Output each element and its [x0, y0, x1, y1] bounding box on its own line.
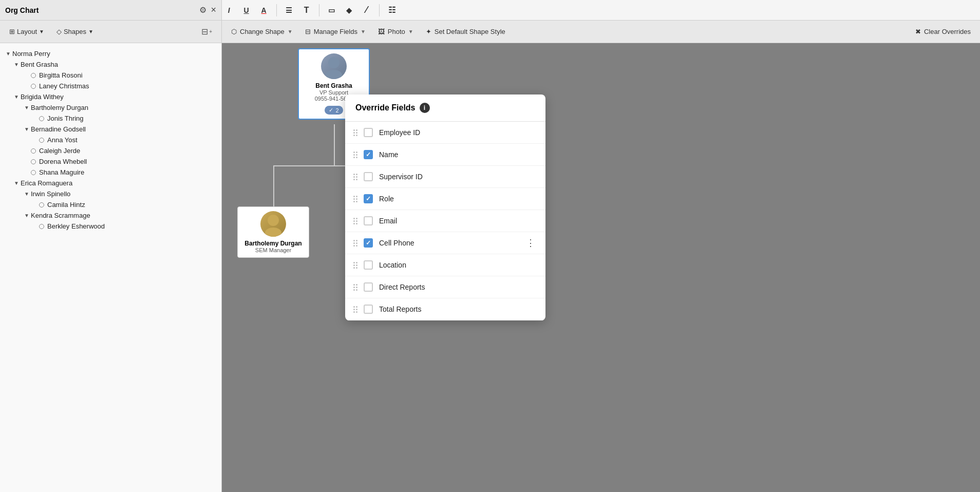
settings-icon[interactable]: ⚙ [199, 5, 206, 15]
align-button[interactable]: ☰ [282, 3, 296, 17]
tree-label-bent: Bent Grasha [21, 61, 58, 68]
tree-item-shana[interactable]: Shana Maguire [0, 167, 221, 178]
drag-handle-name [353, 152, 357, 158]
change-shape-button[interactable]: ⬡ Change Shape ▼ [226, 25, 298, 39]
clear-overrides-icon: ✖ [915, 28, 921, 35]
set-default-button[interactable]: ✦ Set Default Shape Style [421, 25, 511, 39]
checkbox-location[interactable] [364, 260, 373, 270]
extra-button[interactable]: ☷ [385, 3, 399, 17]
fill-button[interactable]: ◆ [342, 3, 356, 17]
underline-button[interactable]: U [239, 3, 254, 17]
override-item-role[interactable]: Role [345, 188, 545, 210]
tree-item-bernadine[interactable]: ▼ Bernadine Godsell [0, 124, 221, 135]
field-label-direct_reports: Direct Reports [379, 283, 537, 291]
checkbox-direct_reports[interactable] [364, 282, 373, 292]
field-label-employee_id: Employee ID [379, 128, 537, 137]
tree-label-erica: Erica Romaguera [21, 179, 72, 187]
tree-item-erica[interactable]: ▼ Erica Romaguera [0, 178, 221, 188]
override-item-supervisor_id[interactable]: Supervisor ID [345, 166, 545, 188]
checkbox-cell_phone[interactable] [364, 238, 373, 248]
field-label-role: Role [379, 195, 537, 203]
tree-label-caleigh: Caleigh Jerde [39, 147, 80, 155]
italic-button[interactable]: I [222, 3, 236, 17]
tree-item-norma[interactable]: ▼ Norma Perry [0, 48, 221, 59]
add-filter-icon: + [209, 29, 212, 34]
field-label-email: Email [379, 217, 537, 225]
tree-label-laney: Laney Christmas [39, 82, 89, 90]
filter-button[interactable]: ⊟ + [197, 25, 216, 39]
override-item-email[interactable]: Email [345, 210, 545, 232]
tree-dot-dorena [31, 159, 36, 164]
tree-label-kendra: Kendra Scrammage [31, 212, 90, 219]
rectangle-button[interactable]: ▭ [325, 3, 339, 17]
manage-fields-icon: ⊟ [305, 28, 311, 35]
override-list: Employee ID Name Supervisor ID [345, 122, 545, 320]
more-btn-cell_phone[interactable]: ⋮ [524, 238, 537, 248]
line-button[interactable]: ∕ [360, 3, 374, 17]
tree-item-camila[interactable]: Camila Hintz [0, 199, 221, 210]
tree-item-berkley[interactable]: Berkley Esherwood [0, 221, 221, 232]
org-avatar-barthol [260, 211, 286, 237]
drag-handle-location [353, 262, 357, 269]
tree-item-anna[interactable]: Anna Yost [0, 135, 221, 145]
checkbox-employee_id[interactable] [364, 128, 373, 137]
layout-label: Layout [17, 28, 37, 35]
text-color-button[interactable]: A [257, 3, 271, 17]
tree-label-shana: Shana Maguire [39, 168, 84, 176]
info-icon[interactable]: i [420, 103, 430, 113]
close-icon[interactable]: × [211, 5, 216, 15]
field-label-cell_phone: Cell Phone [379, 239, 518, 247]
checkbox-total_reports[interactable] [364, 305, 373, 314]
org-name-barthol: Bartholemy Durgan [242, 240, 305, 247]
override-item-employee_id[interactable]: Employee ID [345, 122, 545, 144]
checkbox-name[interactable] [364, 150, 373, 159]
expand-check-icon: ✓ [329, 107, 333, 113]
tree-dot-caleigh [31, 148, 36, 154]
tree-item-irwin[interactable]: ▼ Irwin Spinello [0, 188, 221, 199]
avatar-barthol-svg [260, 211, 286, 237]
tree-item-laney[interactable]: Laney Christmas [0, 81, 221, 91]
tree-label-camila: Camila Hintz [47, 201, 85, 209]
tree-item-brigida[interactable]: ▼ Brigida Withey [0, 91, 221, 102]
filter-icon: ⊟ [201, 27, 208, 36]
layout-button[interactable]: ⊞ Layout ▼ [5, 26, 48, 37]
tree-item-jonis[interactable]: Jonis Thring [0, 113, 221, 124]
sidebar-header-icons: ⚙ × [199, 5, 216, 15]
override-item-name[interactable]: Name [345, 144, 545, 166]
field-label-supervisor_id: Supervisor ID [379, 173, 537, 181]
tree-item-kendra[interactable]: ▼ Kendra Scrammage [0, 210, 221, 221]
tree-item-bartholemy[interactable]: ▼ Bartholemy Durgan [0, 102, 221, 113]
clear-overrides-button[interactable]: ✖ Clear Overrides [910, 25, 976, 39]
shapes-button[interactable]: ◇ Shapes ▼ [52, 26, 98, 37]
layout-chevron-icon: ▼ [39, 29, 44, 34]
change-shape-icon: ⬡ [231, 28, 237, 35]
toolbar-separator-2 [319, 4, 319, 16]
tree-expand-norma: ▼ [4, 51, 12, 56]
sidebar: Org Chart ⚙ × ⊞ Layout ▼ ◇ Shapes ▼ ⊟ + … [0, 0, 222, 492]
org-card-barthol[interactable]: Bartholemy Durgan SEM Manager [237, 206, 309, 258]
tree-item-dorena[interactable]: Dorena Whebell [0, 156, 221, 167]
text-size-button[interactable]: T [299, 3, 314, 17]
manage-fields-button[interactable]: ⊟ Manage Fields ▼ [300, 25, 371, 39]
override-item-total_reports[interactable]: Total Reports [345, 298, 545, 320]
override-item-cell_phone[interactable]: Cell Phone ⋮ [345, 232, 545, 254]
manage-fields-chevron-icon: ▼ [361, 29, 366, 34]
tree-item-birgitta[interactable]: Birgitta Rosoni [0, 70, 221, 81]
checkbox-supervisor_id[interactable] [364, 172, 373, 181]
sidebar-controls: ⊞ Layout ▼ ◇ Shapes ▼ ⊟ + [0, 21, 221, 43]
tree-expand-irwin: ▼ [23, 191, 31, 197]
tree-dot-anna [39, 138, 44, 143]
tree-dot-shana [31, 170, 36, 175]
svg-point-0 [328, 57, 340, 68]
override-item-direct_reports[interactable]: Direct Reports [345, 276, 545, 298]
tree-item-caleigh[interactable]: Caleigh Jerde [0, 145, 221, 156]
shapes-label: Shapes [64, 28, 86, 35]
expand-badge-bent[interactable]: ✓ 2 [325, 106, 343, 115]
sidebar-title: Org Chart [5, 6, 39, 14]
tree-item-bent[interactable]: ▼ Bent Grasha [0, 59, 221, 70]
checkbox-email[interactable] [364, 216, 373, 225]
checkbox-role[interactable] [364, 194, 373, 203]
canvas[interactable]: Bent Grasha VP Support 0955-941-5661 ✓ 2… [222, 43, 980, 492]
photo-button[interactable]: 🖼 Photo ▼ [373, 25, 419, 39]
override-item-location[interactable]: Location [345, 254, 545, 276]
